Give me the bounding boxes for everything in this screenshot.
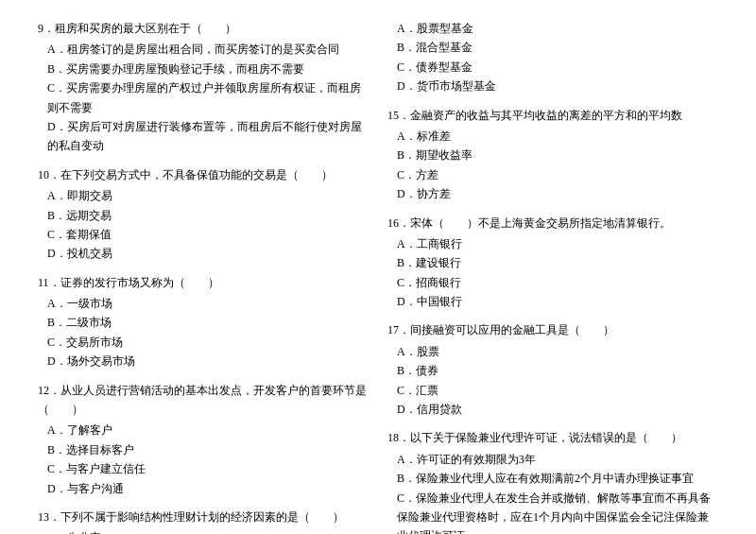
question-11: 11．证券的发行市场又称为（ ） A．一级市场 B．二级市场 C．交易所市场 D… bbox=[38, 273, 369, 371]
question-11-options: A．一级市场 B．二级市场 C．交易所市场 D．场外交易市场 bbox=[38, 294, 369, 371]
q12-option-b: B．选择目标客户 bbox=[47, 440, 369, 459]
q10-option-a: A．即期交易 bbox=[47, 186, 369, 205]
question-16: 16．宋体（ ）不是上海黄金交易所指定地清算银行。 A．工商银行 B．建设银行 … bbox=[387, 214, 718, 312]
left-column: 9．租房和买房的最大区别在于（ ） A．租房签订的是房屋出租合同，而买房签订的是… bbox=[38, 19, 369, 534]
q15-option-a: A．标准差 bbox=[397, 127, 718, 146]
q12-option-d: D．与客户沟通 bbox=[47, 479, 369, 498]
q9r-option-d: D．货币市场型基金 bbox=[397, 77, 718, 95]
question-13: 13．下列不属于影响结构性理财计划的经济因素的是（ ） A．失业率 B．经济增长… bbox=[38, 508, 369, 534]
question-18-title: 18．以下关于保险兼业代理许可证，说法错误的是（ ） bbox=[387, 428, 718, 447]
question-12-title: 12．从业人员进行营销活动的基本出发点，开发客户的首要环节是（ ） bbox=[38, 381, 369, 420]
q10-option-b: B．远期交易 bbox=[47, 206, 369, 225]
question-15: 15．金融资产的收益与其平均收益的离差的平方和的平均数 A．标准差 B．期望收益… bbox=[387, 106, 718, 204]
q15-option-c: C．方差 bbox=[397, 165, 718, 184]
q13-option-a: A．失业率 bbox=[47, 528, 369, 534]
q16-option-b: B．建设银行 bbox=[397, 253, 718, 272]
q9-option-d: D．买房后可对房屋进行装修布置等，而租房后不能行使对房屋的私自变动 bbox=[47, 117, 369, 156]
question-18: 18．以下关于保险兼业代理许可证，说法错误的是（ ） A．许可证的有效期限为3年… bbox=[387, 428, 718, 534]
q11-option-a: A．一级市场 bbox=[47, 294, 369, 313]
q17-option-a: A．股票 bbox=[397, 342, 718, 361]
q9r-option-a: A．股票型基金 bbox=[397, 19, 718, 38]
question-12-options: A．了解客户 B．选择目标客户 C．与客户建立信任 D．与客户沟通 bbox=[38, 421, 369, 498]
question-10-options: A．即期交易 B．远期交易 C．套期保值 D．投机交易 bbox=[38, 186, 369, 264]
q15-option-d: D．协方差 bbox=[397, 184, 718, 203]
question-10: 10．在下列交易方式中，不具备保值功能的交易是（ ） A．即期交易 B．远期交易… bbox=[38, 165, 369, 264]
q18-option-b: B．保险兼业代理人应在有效期满前2个月中请办理换证事宜 bbox=[397, 469, 718, 488]
q17-option-d: D．信用贷款 bbox=[397, 400, 718, 419]
question-13-title: 13．下列不属于影响结构性理财计划的经济因素的是（ ） bbox=[38, 508, 369, 526]
q11-option-c: C．交易所市场 bbox=[47, 333, 369, 352]
question-9-right: A．股票型基金 B．混合型基金 C．债券型基金 D．货币市场型基金 bbox=[387, 19, 718, 96]
question-15-options: A．标准差 B．期望收益率 C．方差 D．协方差 bbox=[387, 127, 718, 204]
right-column: A．股票型基金 B．混合型基金 C．债券型基金 D．货币市场型基金 15．金融资… bbox=[387, 19, 718, 534]
question-11-title: 11．证券的发行市场又称为（ ） bbox=[38, 273, 369, 292]
question-18-options: A．许可证的有效期限为3年 B．保险兼业代理人应在有效期满前2个月中请办理换证事… bbox=[387, 450, 718, 534]
question-9r-options: A．股票型基金 B．混合型基金 C．债券型基金 D．货币市场型基金 bbox=[387, 19, 718, 96]
question-9-title: 9．租房和买房的最大区别在于（ ） bbox=[38, 19, 369, 38]
question-9: 9．租房和买房的最大区别在于（ ） A．租房签订的是房屋出租合同，而买房签订的是… bbox=[38, 19, 369, 156]
q15-option-b: B．期望收益率 bbox=[397, 146, 718, 164]
q12-option-a: A．了解客户 bbox=[47, 421, 369, 439]
question-12: 12．从业人员进行营销活动的基本出发点，开发客户的首要环节是（ ） A．了解客户… bbox=[38, 381, 369, 498]
q9-option-a: A．租房签订的是房屋出租合同，而买房签订的是买卖合同 bbox=[47, 40, 369, 59]
q18-option-a: A．许可证的有效期限为3年 bbox=[397, 450, 718, 469]
question-16-title: 16．宋体（ ）不是上海黄金交易所指定地清算银行。 bbox=[387, 214, 718, 233]
q16-option-c: C．招商银行 bbox=[397, 273, 718, 292]
q17-option-b: B．债券 bbox=[397, 361, 718, 380]
q10-option-c: C．套期保值 bbox=[47, 225, 369, 244]
question-15-title: 15．金融资产的收益与其平均收益的离差的平方和的平均数 bbox=[387, 106, 718, 125]
q11-option-d: D．场外交易市场 bbox=[47, 352, 369, 370]
q9r-option-b: B．混合型基金 bbox=[397, 38, 718, 57]
question-17-options: A．股票 B．债券 C．汇票 D．信用贷款 bbox=[387, 342, 718, 420]
question-13-options: A．失业率 B．经济增长率 C．理财目标 D．通货膨胀水平 bbox=[38, 528, 369, 534]
q17-option-c: C．汇票 bbox=[397, 381, 718, 400]
question-9-options: A．租房签订的是房屋出租合同，而买房签订的是买卖合同 B．买房需要办理房屋预购登… bbox=[38, 40, 369, 155]
question-10-title: 10．在下列交易方式中，不具备保值功能的交易是（ ） bbox=[38, 165, 369, 184]
q9-option-b: B．买房需要办理房屋预购登记手续，而租房不需要 bbox=[47, 60, 369, 78]
q16-option-a: A．工商银行 bbox=[397, 234, 718, 253]
q11-option-b: B．二级市场 bbox=[47, 313, 369, 332]
q9r-option-c: C．债券型基金 bbox=[397, 58, 718, 77]
q9-option-c: C．买房需要办理房屋的产权过户并领取房屋所有权证，而租房则不需要 bbox=[47, 78, 369, 117]
question-17: 17．间接融资可以应用的金融工具是（ ） A．股票 B．债券 C．汇票 D．信用… bbox=[387, 320, 718, 419]
question-16-options: A．工商银行 B．建设银行 C．招商银行 D．中国银行 bbox=[387, 234, 718, 312]
q10-option-d: D．投机交易 bbox=[47, 244, 369, 263]
q12-option-c: C．与客户建立信任 bbox=[47, 459, 369, 478]
q16-option-d: D．中国银行 bbox=[397, 292, 718, 311]
question-17-title: 17．间接融资可以应用的金融工具是（ ） bbox=[387, 320, 718, 339]
q18-option-c: C．保险兼业代理人在发生合并或撤销、解散等事宜而不再具备保险兼业代理资格时，应在… bbox=[397, 489, 718, 534]
